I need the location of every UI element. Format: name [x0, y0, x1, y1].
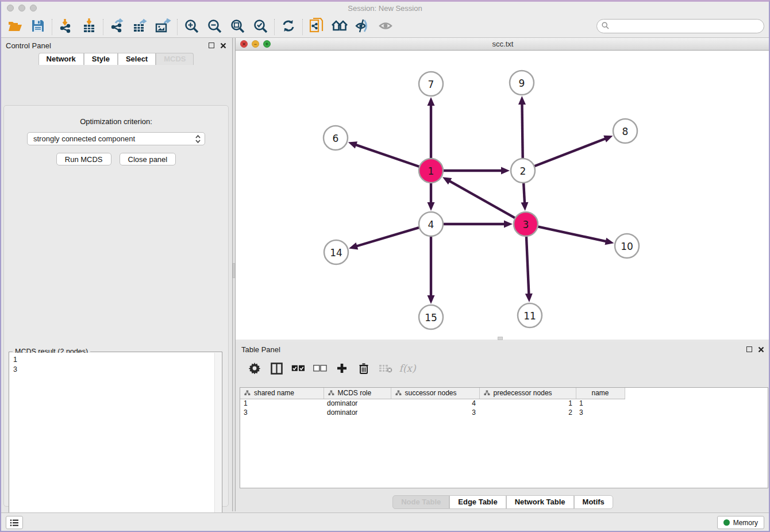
app-titlebar: Session: New Session — [0, 0, 770, 16]
hide-eye-icon — [355, 19, 371, 34]
graph-edge-2-9[interactable] — [522, 103, 522, 159]
task-history-button[interactable] — [6, 516, 23, 529]
edge-arrowhead — [504, 221, 513, 228]
fx-icon: f(x) — [399, 363, 415, 374]
open-session-button[interactable] — [3, 18, 26, 36]
tab-mcds[interactable]: MCDS — [156, 53, 194, 65]
column-header-successor-nodes[interactable]: successor nodes — [391, 388, 479, 399]
zoom-in-button[interactable] — [180, 18, 203, 36]
export-image-button[interactable] — [152, 18, 175, 36]
delete-row-button[interactable] — [353, 358, 375, 378]
network-maximize-button[interactable]: + — [263, 40, 271, 48]
tab-motifs[interactable]: Motifs — [574, 495, 613, 509]
export-table-icon — [133, 18, 148, 35]
graph-edge-3-10[interactable] — [537, 226, 607, 241]
node-label-6: 6 — [333, 133, 339, 144]
result-scrollbar[interactable] — [214, 353, 221, 532]
import-network-button[interactable] — [55, 18, 78, 36]
network-window-titlebar[interactable]: ✕ − + scc.txt — [236, 38, 770, 51]
export-table-button[interactable] — [129, 18, 152, 36]
network-window-title: scc.txt — [236, 40, 770, 48]
memory-button[interactable]: Memory — [717, 516, 764, 529]
add-row-button[interactable] — [331, 358, 353, 378]
table-row[interactable]: 3 dominator 3 2 3 — [240, 408, 625, 417]
hide-selected-button[interactable] — [351, 18, 374, 36]
first-neighbors-button[interactable] — [328, 18, 351, 36]
close-panel-button[interactable]: Close panel — [120, 153, 176, 165]
window-title: Session: New Session — [0, 4, 770, 13]
zoom-fit-button[interactable] — [226, 18, 249, 36]
control-panel-title: Control Panel — [6, 41, 209, 50]
graph-edge-2-3[interactable] — [523, 182, 525, 203]
edge-arrowhead — [605, 238, 614, 245]
graph-edge-3-1[interactable] — [449, 181, 515, 219]
gear-icon — [249, 363, 260, 374]
search-box[interactable] — [596, 19, 764, 33]
delete-table-button[interactable] — [375, 358, 396, 378]
cell-successor-nodes[interactable]: 4 — [391, 399, 479, 408]
select-all-button[interactable] — [287, 358, 309, 378]
mcds-result-box: MCDS result (2 nodes) 1 3 — [9, 352, 222, 532]
search-input[interactable] — [612, 21, 764, 32]
close-panel-icon[interactable] — [220, 43, 226, 49]
table-row[interactable]: 1 dominator 4 1 1 — [240, 399, 625, 408]
node-label-14: 14 — [330, 247, 342, 259]
column-header-name[interactable]: name — [576, 388, 625, 399]
table-settings-button[interactable] — [244, 358, 265, 378]
function-builder-button[interactable]: f(x) — [396, 358, 418, 378]
save-session-button[interactable] — [26, 18, 49, 36]
network-close-button[interactable]: ✕ — [240, 40, 248, 48]
splitter-grip[interactable] — [233, 263, 235, 278]
cell-mcds-role[interactable]: dominator — [324, 408, 391, 417]
table-header-row[interactable]: shared name MCDS role successor nodes pr… — [240, 388, 625, 399]
column-header-shared-name[interactable]: shared name — [240, 388, 324, 399]
cell-predecessor-nodes[interactable]: 2 — [479, 408, 576, 417]
cell-successor-nodes[interactable]: 3 — [391, 408, 479, 417]
tab-select[interactable]: Select — [118, 53, 156, 65]
optimization-criterion-select[interactable]: strongly connected component — [27, 132, 205, 145]
network-from-selection-button[interactable] — [305, 18, 328, 36]
float-table-panel-icon[interactable] — [746, 346, 752, 352]
network-canvas[interactable]: 7968124314101511 — [236, 51, 770, 340]
canvas-resize-grip[interactable] — [498, 337, 503, 340]
graph-edge-2-8[interactable] — [534, 138, 606, 167]
trash-icon — [359, 363, 369, 374]
export-network-button[interactable] — [106, 18, 129, 36]
cell-shared-name[interactable]: 3 — [240, 408, 324, 417]
cell-name[interactable]: 1 — [576, 399, 625, 408]
tab-network[interactable]: Network — [38, 53, 84, 65]
mcds-result-values: 1 3 — [10, 353, 214, 532]
zoom-out-button[interactable] — [203, 18, 226, 36]
show-columns-button[interactable] — [265, 358, 287, 378]
run-mcds-button[interactable]: Run MCDS — [56, 153, 111, 165]
hierarchy-icon — [484, 390, 490, 396]
graph-edge-1-6[interactable] — [355, 145, 420, 167]
deselect-all-button[interactable] — [309, 358, 331, 378]
tab-network-table[interactable]: Network Table — [506, 495, 574, 509]
export-image-icon — [155, 18, 171, 35]
cell-predecessor-nodes[interactable]: 1 — [479, 399, 576, 408]
network-minimize-button[interactable]: − — [252, 40, 259, 48]
tab-node-table[interactable]: Node Table — [392, 495, 449, 509]
column-header-predecessor-nodes[interactable]: predecessor nodes — [479, 388, 576, 399]
column-header-mcds-role[interactable]: MCDS role — [324, 388, 391, 399]
import-table-button[interactable] — [78, 18, 101, 36]
node-table[interactable]: shared name MCDS role successor nodes pr… — [240, 387, 768, 488]
cell-name[interactable]: 3 — [576, 408, 625, 417]
cell-mcds-role[interactable]: dominator — [324, 399, 391, 408]
show-all-button[interactable] — [374, 18, 397, 36]
node-label-4: 4 — [428, 219, 434, 230]
graph-edge-3-11[interactable] — [526, 236, 529, 295]
close-table-panel-icon[interactable] — [758, 346, 764, 353]
zoom-selected-button[interactable] — [249, 18, 272, 36]
graph-edge-4-14[interactable] — [356, 228, 420, 246]
zoom-in-icon — [184, 19, 199, 35]
tab-style[interactable]: Style — [84, 53, 118, 65]
float-panel-icon[interactable] — [209, 43, 214, 48]
tab-edge-table[interactable]: Edge Table — [449, 495, 506, 509]
network-graph[interactable]: 7968124314101511 — [236, 51, 770, 340]
apply-layout-button[interactable] — [277, 18, 300, 36]
node-label-10: 10 — [621, 241, 633, 252]
optimization-criterion-label: Optimization criterion: — [4, 117, 228, 126]
cell-shared-name[interactable]: 1 — [240, 399, 324, 408]
